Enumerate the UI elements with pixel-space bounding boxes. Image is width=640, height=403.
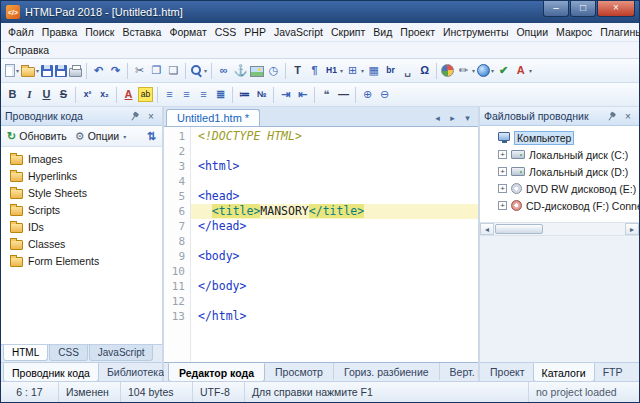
pin-button[interactable] [604, 109, 618, 123]
code-folder-hyperlinks[interactable]: Hyperlinks [1, 167, 162, 184]
code-line[interactable] [191, 264, 478, 279]
special-char-button[interactable]: Ω [416, 61, 433, 81]
align-center-button[interactable]: ≡ [178, 85, 195, 105]
validate-button[interactable]: ✔ [495, 61, 512, 81]
maximize-button[interactable]: □ [570, 1, 596, 17]
code-folder-ids[interactable]: IDs [1, 218, 162, 235]
cut-button[interactable]: ✂ [131, 61, 148, 81]
tab-проводник-кода[interactable]: Проводник кода [3, 363, 99, 382]
table-button[interactable]: ⊞▾ [344, 61, 365, 81]
menu-item-поиск[interactable]: Поиск [81, 24, 118, 40]
new-file-button[interactable]: ▾ [4, 61, 20, 81]
menu-item-инструменты[interactable]: Инструменты [439, 24, 512, 40]
tab-каталоги[interactable]: Каталоги [533, 363, 595, 382]
undo-button[interactable]: ↶ [90, 61, 107, 81]
indent-button[interactable]: ⇥ [277, 85, 294, 105]
options-button[interactable]: ⚙ Опции ▾ [72, 129, 130, 144]
copy-button[interactable]: ❐ [148, 61, 165, 81]
redo-button[interactable]: ↷ [107, 61, 124, 81]
file-item-cd-дисковод-f-connect-mana[interactable]: +CD-дисковод (F:) Connect Mana [480, 197, 639, 214]
close-button[interactable]: × [597, 1, 635, 17]
paragraph-button[interactable]: ¶ [306, 61, 323, 81]
anchor-button[interactable]: ⚓ [232, 61, 249, 81]
tab-проект[interactable]: Проект [482, 363, 533, 380]
code-line[interactable]: <title>MANSORY</title> [191, 204, 478, 219]
tab-гориз-разбиение[interactable]: Гориз. разбиение [334, 363, 440, 380]
tab-list-button[interactable]: ▾ [461, 113, 474, 123]
highlight-color-button[interactable]: ab [137, 85, 154, 105]
expand-icon[interactable]: + [498, 184, 507, 193]
text-button[interactable]: T [289, 61, 306, 81]
menu-item-опции[interactable]: Опции [512, 24, 552, 40]
code-line[interactable] [191, 234, 478, 249]
code-line[interactable]: </head> [191, 219, 478, 234]
underline-button[interactable]: U [38, 85, 55, 105]
code-line[interactable]: </html> [191, 309, 478, 324]
heading-button[interactable]: H1▾ [323, 61, 344, 81]
bullet-list-button[interactable]: ≔ [236, 85, 253, 105]
file-explorer-close-button[interactable]: × [621, 109, 635, 123]
code-folder-images[interactable]: Images [1, 150, 162, 167]
save-all-button[interactable] [54, 61, 68, 81]
menu-item-формат[interactable]: Формат [165, 24, 210, 40]
outdent-button[interactable]: ⇤ [294, 85, 311, 105]
search-button[interactable]: ▾ [189, 61, 208, 81]
file-item-локальный-диск-c[interactable]: +Локальный диск (C:) [480, 146, 639, 163]
code-line[interactable]: <body> [191, 249, 478, 264]
file-item-dvd-rw-дисковод-e[interactable]: +DVD RW дисковод (E:) [480, 180, 639, 197]
align-right-button[interactable]: ≡ [195, 85, 212, 105]
code-folder-scripts[interactable]: Scripts [1, 201, 162, 218]
code-line[interactable]: <!DOCTYPE HTML> [191, 129, 478, 144]
bold-button[interactable]: B [4, 85, 21, 105]
expand-icon[interactable]: + [498, 167, 507, 176]
horizontal-scrollbar[interactable]: ◂ ▸ [480, 222, 639, 236]
scrollbar-track[interactable] [494, 223, 625, 235]
numbered-list-button[interactable]: № [253, 85, 270, 105]
tab-просмотр[interactable]: Просмотр [265, 363, 334, 380]
menu-item-справка[interactable]: Справка [4, 42, 53, 58]
code-explorer-close-button[interactable]: × [144, 109, 158, 123]
sort-button[interactable]: ⇅ [144, 129, 159, 144]
code-folder-style-sheets[interactable]: Style Sheets [1, 184, 162, 201]
align-justify-button[interactable]: ≣ [212, 85, 229, 105]
expand-icon[interactable]: + [498, 201, 507, 210]
browser-preview-button[interactable]: ▾ [476, 61, 495, 81]
nbsp-button[interactable]: ␣ [399, 61, 416, 81]
italic-button[interactable]: I [21, 85, 38, 105]
blockquote-button[interactable]: ❝ [318, 85, 335, 105]
text-color-button[interactable]: A [120, 85, 137, 105]
line-break-button[interactable]: br [382, 61, 399, 81]
edit-pencil-button[interactable]: ✏▾ [455, 61, 476, 81]
align-left-button[interactable]: ≡ [161, 85, 178, 105]
code-editor[interactable]: 12345678910111213 <!DOCTYPE HTML> <html>… [164, 127, 478, 362]
code-line[interactable]: </body> [191, 279, 478, 294]
frame-button[interactable]: ▦ [365, 61, 382, 81]
print-button[interactable] [68, 61, 83, 81]
expand-icon[interactable]: + [498, 150, 507, 159]
refresh-button[interactable]: ↻ Обновить [4, 129, 70, 144]
subscript-button[interactable]: x₂ [96, 85, 113, 105]
menu-item-проект[interactable]: Проект [396, 24, 439, 40]
code-area[interactable]: <!DOCTYPE HTML> <html> <head> <title>MAN… [191, 127, 478, 362]
menu-item-скрипт[interactable]: Скрипт [327, 24, 369, 40]
tab-ftp[interactable]: FTP [595, 363, 631, 380]
file-item-компьютер[interactable]: Компьютер [480, 129, 639, 146]
scroll-right-button[interactable]: ▸ [625, 223, 639, 235]
menu-item-javascript[interactable]: JavaScript [270, 24, 327, 40]
code-line[interactable] [191, 144, 478, 159]
paste-button[interactable]: ❏ [165, 61, 182, 81]
clock-button[interactable]: ◷ [265, 61, 282, 81]
zoom-in-button[interactable]: ⊕ [359, 85, 376, 105]
save-button[interactable] [40, 61, 54, 81]
zoom-out-button[interactable]: ⊖ [376, 85, 393, 105]
menu-item-php[interactable]: PHP [240, 24, 270, 40]
strikethrough-button[interactable]: S [55, 85, 72, 105]
menu-item-вставка[interactable]: Вставка [118, 24, 165, 40]
tab-библиотека[interactable]: Библиотека [99, 363, 172, 380]
code-folder-form-elements[interactable]: Form Elements [1, 252, 162, 269]
menu-item-вид[interactable]: Вид [369, 24, 396, 40]
image-button[interactable] [249, 61, 265, 81]
encoding[interactable]: UTF-8 [193, 382, 245, 402]
superscript-button[interactable]: x² [79, 85, 96, 105]
minimize-button[interactable]: – [543, 1, 569, 17]
